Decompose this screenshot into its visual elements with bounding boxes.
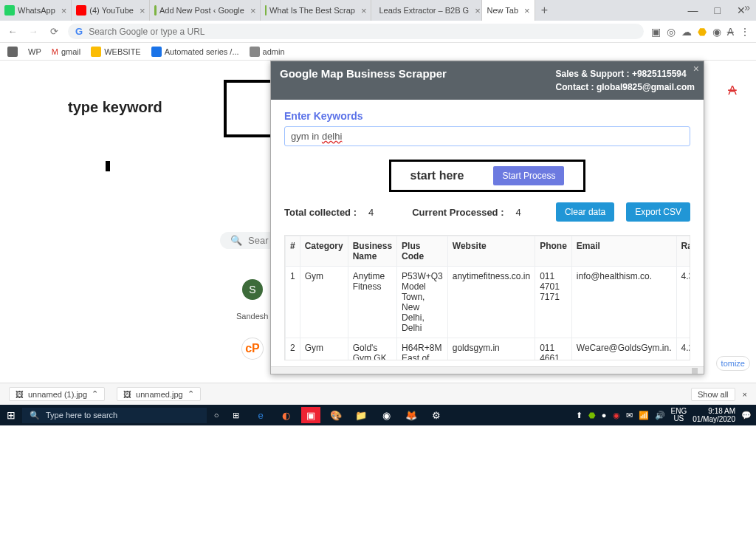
taskview-icon[interactable]: ⊞ <box>226 411 245 420</box>
app-icon[interactable]: ⚙ <box>427 407 446 423</box>
customize-chip-partial[interactable]: tomize <box>716 356 750 371</box>
ext-icon[interactable]: ▣ <box>651 26 661 38</box>
address-bar-row: ← → ⟳ G ▣ ◎ ☁ ⬣ ◉ A ⋮ <box>0 21 756 43</box>
col-email: Email <box>571 236 676 267</box>
tray-icon[interactable]: ◉ <box>613 411 620 420</box>
annotation-start-here: start here Start Process <box>389 160 586 192</box>
ext-icon[interactable]: ⬣ <box>698 26 707 38</box>
show-all-downloads[interactable]: Show all <box>691 388 735 401</box>
system-tray: ⬆ ⬣ ● ◉ ✉ 📶 🔊 ENGUS 9:18 AM01/May/2020 💬 <box>576 407 756 423</box>
shortcut-cpanel[interactable]: cP <box>242 338 263 359</box>
bookmark-gmail[interactable]: Mgmail <box>52 47 80 56</box>
tray-icon[interactable]: ✉ <box>626 411 633 420</box>
ext-icon[interactable]: ◎ <box>667 26 676 38</box>
clear-data-button[interactable]: Clear data <box>556 202 614 222</box>
apps-icon[interactable] <box>7 47 18 57</box>
table-row[interactable]: 1GymAnytime FitnessP53W+Q3 Model Town, N… <box>286 267 691 338</box>
keyword-input[interactable]: gym in delhi <box>284 126 690 146</box>
wifi-icon[interactable]: 📶 <box>639 411 649 420</box>
address-input[interactable] <box>89 27 636 37</box>
volume-icon[interactable]: 🔊 <box>655 411 665 420</box>
bookmark-website[interactable]: WEBSITE <box>91 47 141 57</box>
popup-close-icon[interactable]: × <box>693 63 699 75</box>
bookmark-overflow-icon[interactable]: » <box>744 1 750 13</box>
download-item[interactable]: 🖼unnamed (1).jpg⌃ <box>9 387 105 401</box>
total-collected-value: 4 <box>368 207 374 218</box>
back-icon[interactable]: ← <box>6 26 19 37</box>
close-icon[interactable]: × <box>475 5 481 16</box>
start-button[interactable]: ⊞ <box>0 409 22 421</box>
tab-leadsextractor[interactable]: Leads Extractor – B2B G× <box>371 0 482 21</box>
popup-header: Google Map Business Scrapper Sales & Sup… <box>271 61 704 100</box>
close-icon[interactable]: × <box>524 5 530 16</box>
close-icon[interactable]: × <box>61 5 67 16</box>
close-icon[interactable]: × <box>140 5 145 16</box>
search-icon: 🔍 <box>230 235 242 246</box>
forward-icon[interactable]: → <box>27 26 40 37</box>
reload-icon[interactable]: ⟳ <box>47 26 61 37</box>
explorer-icon[interactable]: 📁 <box>351 407 371 423</box>
tray-icon[interactable]: ⬣ <box>588 411 596 420</box>
popup-horizontal-scrollbar[interactable] <box>271 366 704 374</box>
menu-icon[interactable]: ⋮ <box>740 26 750 38</box>
app-icon[interactable]: ▣ <box>301 407 320 423</box>
col-plus: Plus Code <box>397 236 448 267</box>
address-input-wrap[interactable]: G <box>68 24 644 39</box>
taskbar-apps: e ◐ ▣ 🎨 📁 ◉ 🦊 ⚙ <box>251 407 446 423</box>
chrome-icon[interactable]: ◉ <box>377 407 396 423</box>
tray-icon[interactable]: ● <box>602 411 607 420</box>
toolbar-extension-icons: ▣ ◎ ☁ ⬣ ◉ A ⋮ <box>651 26 750 38</box>
col-category: Category <box>300 236 348 267</box>
close-downloads-bar-icon[interactable]: × <box>743 390 747 399</box>
bookmark-bar: WP Mgmail WEBSITE Automated series /... … <box>0 43 756 61</box>
language-indicator[interactable]: ENGUS <box>671 408 687 423</box>
total-collected-label: Total collected : <box>284 207 357 218</box>
col-name: Business Name <box>348 236 396 267</box>
image-file-icon: 🖼 <box>16 390 24 399</box>
tray-icon[interactable]: ⬆ <box>576 411 583 420</box>
ext-icon[interactable]: ◉ <box>712 26 721 38</box>
chevron-up-icon[interactable]: ⌃ <box>188 389 194 399</box>
notifications-icon[interactable]: 💬 <box>741 411 752 420</box>
tab-whatsapp[interactable]: WhatsApp× <box>0 0 72 21</box>
firefox2-icon[interactable]: 🦊 <box>402 407 421 423</box>
downloads-bar: 🖼unnamed (1).jpg⌃ 🖼unnamed.jpg⌃ Show all… <box>0 383 756 405</box>
close-icon[interactable]: × <box>361 5 367 16</box>
app-icon[interactable]: 🎨 <box>326 407 346 423</box>
export-csv-button[interactable]: Export CSV <box>626 202 690 222</box>
close-icon[interactable]: × <box>250 5 256 16</box>
start-process-button[interactable]: Start Process <box>493 166 564 185</box>
results-table-wrap[interactable]: # Category Business Name Plus Code Websi… <box>284 235 690 360</box>
bookmark-wp[interactable]: WP <box>28 47 41 56</box>
maximize-icon[interactable]: □ <box>715 4 721 16</box>
svg-text:A: A <box>728 83 737 97</box>
col-website: Website <box>447 236 535 267</box>
chevron-up-icon[interactable]: ⌃ <box>92 389 98 399</box>
tab-youtube[interactable]: (4) YouTube× <box>72 0 150 21</box>
col-num: # <box>286 236 300 267</box>
minimize-icon[interactable]: — <box>688 4 698 16</box>
page-content: type keyword 🔍 Sear S Sandesh cP A tomiz… <box>0 61 756 378</box>
cortana-icon[interactable]: ○ <box>207 411 226 420</box>
taskbar-clock[interactable]: 9:18 AM01/May/2020 <box>693 407 735 423</box>
bookmark-admin[interactable]: admin <box>250 47 285 57</box>
bookmark-automated[interactable]: Automated series /... <box>151 47 239 57</box>
tab-bestscraper[interactable]: What Is The Best Scrap× <box>261 0 371 21</box>
tab-newtab[interactable]: New Tab× <box>482 0 535 21</box>
current-processed-value: 4 <box>516 207 521 218</box>
shortcut-avatar-s[interactable]: S <box>242 279 263 300</box>
edge-icon[interactable]: e <box>251 407 270 423</box>
side-extension-icon[interactable]: A <box>724 77 749 102</box>
ext-icon[interactable]: ☁ <box>681 26 692 38</box>
ext-icon[interactable]: A <box>727 26 734 38</box>
popup-title: Google Map Business Scrapper <box>280 67 447 80</box>
shortcut-label: Sandesh <box>236 312 268 321</box>
tab-addnewpost[interactable]: Add New Post ‹ Google× <box>150 0 261 21</box>
new-tab-button[interactable]: + <box>535 4 554 17</box>
windows-taskbar: ⊞ 🔍Type here to search ○ ⊞ e ◐ ▣ 🎨 📁 ◉ 🦊… <box>0 405 756 425</box>
firefox-icon[interactable]: ◐ <box>276 407 295 423</box>
download-item[interactable]: 🖼unnamed.jpg⌃ <box>117 387 201 401</box>
scraper-popup: Google Map Business Scrapper Sales & Sup… <box>270 61 704 374</box>
table-row[interactable]: 2GymGold's Gym GKH64R+8M East of Kailash… <box>286 338 691 361</box>
taskbar-search[interactable]: 🔍Type here to search <box>22 408 207 423</box>
